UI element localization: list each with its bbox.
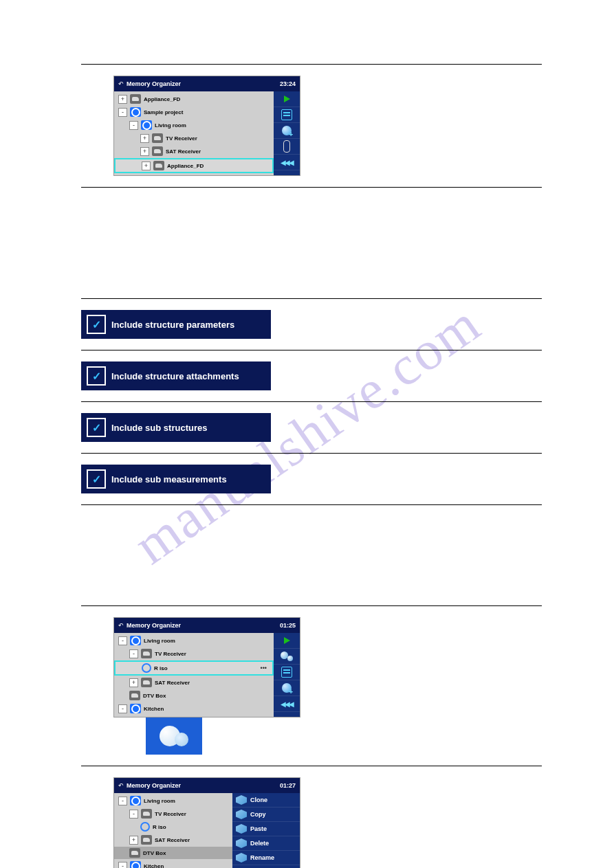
menu-item-paste[interactable]: Paste — [232, 822, 300, 836]
device-screen-3: ↶ Memory Organizer 01:27 -Living room-TV… — [113, 777, 300, 868]
tree-row[interactable]: -Living room — [114, 794, 232, 807]
menu-label: Clone — [250, 797, 267, 803]
tree-row[interactable]: -TV Receiver — [114, 647, 274, 660]
expand-icon[interactable]: + — [142, 162, 151, 170]
tree-row[interactable]: R iso — [114, 821, 232, 833]
tree-row[interactable]: R iso••• — [114, 660, 274, 676]
expand-icon[interactable]: + — [140, 134, 149, 143]
more-button[interactable]: ◀◀◀ — [274, 155, 300, 170]
option-include-submeasurements[interactable]: ✓ Include sub measurements — [81, 465, 271, 493]
collapse-icon[interactable]: - — [118, 862, 127, 869]
tree-label: Kitchen — [144, 706, 164, 712]
option-include-params[interactable]: ✓ Include structure parameters — [81, 310, 271, 339]
spheres-button[interactable] — [274, 649, 300, 665]
tree-row[interactable]: +TV Receiver — [114, 132, 274, 144]
checkbox[interactable]: ✓ — [87, 315, 106, 334]
appliance-icon — [129, 691, 140, 700]
screen-title: Memory Organizer — [127, 782, 280, 789]
screen-title: Memory Organizer — [127, 80, 280, 87]
appliance-icon — [141, 835, 152, 845]
back-icon[interactable]: ↶ — [118, 782, 124, 789]
project-icon — [130, 861, 141, 868]
cube-icon — [236, 853, 247, 863]
ring-icon — [140, 822, 150, 832]
tree-label: TV Receiver — [155, 811, 186, 817]
tree-panel: -Living room-TV ReceiverR iso•••+SAT Rec… — [114, 633, 274, 717]
row-option-2: ✓ Include structure attachments — [81, 356, 552, 396]
ellipsis-icon[interactable]: ••• — [261, 665, 267, 671]
tree-row[interactable]: +Appliance_FD — [114, 158, 274, 173]
divider — [81, 453, 542, 454]
menu-item-copy[interactable]: Copy — [232, 808, 300, 822]
expand-icon[interactable]: + — [129, 836, 138, 845]
appliance-icon — [141, 678, 152, 687]
collapse-icon[interactable]: - — [118, 797, 127, 805]
menu-label: Paste — [250, 825, 267, 832]
tree-row[interactable]: -Kitchen — [114, 702, 274, 715]
tree-row[interactable]: +SAT Receiver — [114, 145, 274, 157]
device-screen-1: ↶ Memory Organizer 23:24 +Appliance_FD-S… — [113, 76, 300, 176]
tree-row[interactable]: DTV Box — [114, 689, 274, 702]
tree-label: Kitchen — [144, 863, 164, 869]
play-icon — [284, 96, 290, 102]
list-button[interactable] — [274, 107, 300, 123]
back-icon[interactable]: ↶ — [118, 80, 124, 87]
tree-label: R iso — [154, 665, 168, 671]
spheres-large-button[interactable] — [146, 717, 202, 755]
sphere-icon — [175, 733, 188, 746]
checkbox[interactable]: ✓ — [87, 469, 106, 489]
page-content: ↶ Memory Organizer 23:24 +Appliance_FD-S… — [0, 0, 614, 868]
expand-icon[interactable]: + — [129, 678, 138, 687]
option-include-substructures[interactable]: ✓ Include sub structures — [81, 413, 271, 442]
list-button[interactable] — [274, 665, 300, 680]
tree-row[interactable]: +Appliance_FD — [114, 93, 274, 105]
attach-button[interactable] — [274, 139, 300, 155]
menu-item-rename[interactable]: Rename — [232, 851, 300, 865]
checkbox[interactable]: ✓ — [87, 366, 106, 386]
menu-item-clone[interactable]: Clone — [232, 793, 300, 808]
expand-icon[interactable]: + — [118, 95, 127, 104]
tree-row[interactable]: -Living room — [114, 634, 274, 647]
tree-row[interactable]: DTV Box — [114, 847, 232, 859]
row-option-1: ✓ Include structure parameters — [81, 304, 552, 344]
divider — [81, 605, 542, 606]
collapse-icon[interactable]: - — [118, 108, 127, 117]
tree-row[interactable]: +SAT Receiver — [114, 676, 274, 689]
collapse-icon[interactable]: - — [118, 704, 127, 713]
tree-label: Appliance_FD — [167, 163, 204, 169]
add-sphere-button[interactable] — [274, 680, 300, 696]
tree-label: Appliance_FD — [144, 96, 180, 102]
collapse-icon[interactable]: - — [129, 121, 138, 130]
appliance-icon — [152, 146, 163, 156]
back-icon[interactable]: ↶ — [118, 622, 124, 629]
tree-row[interactable]: -Kitchen — [114, 860, 232, 868]
more-button[interactable]: ◀◀◀ — [274, 696, 300, 712]
collapse-icon[interactable]: - — [118, 636, 127, 645]
menu-item-delete[interactable]: Delete — [232, 836, 300, 851]
appliance-icon — [152, 133, 163, 143]
tree-row[interactable]: -Living room — [114, 119, 274, 131]
checkbox[interactable]: ✓ — [87, 418, 106, 437]
option-include-attachments[interactable]: ✓ Include structure attachments — [81, 361, 271, 390]
collapse-icon[interactable]: - — [129, 810, 138, 819]
screen-clock: 01:27 — [280, 782, 296, 789]
add-sphere-button[interactable] — [274, 123, 300, 139]
tree-row[interactable]: +SAT Receiver — [114, 834, 232, 846]
screen-title: Memory Organizer — [127, 622, 280, 629]
two-spheres-icon — [281, 652, 293, 661]
tree-row[interactable]: -TV Receiver — [114, 808, 232, 820]
row-option-3: ✓ Include sub structures — [81, 408, 552, 447]
play-button[interactable] — [274, 633, 300, 649]
expand-icon[interactable]: + — [140, 147, 149, 156]
option-label: Include sub measurements — [111, 474, 227, 485]
row-screenshot-3: ↶ Memory Organizer 01:27 -Living room-TV… — [81, 772, 552, 868]
list-icon — [281, 109, 292, 120]
row-option-4: ✓ Include sub measurements — [81, 459, 552, 499]
tree-label: DTV Box — [143, 693, 166, 699]
collapse-icon[interactable]: - — [129, 649, 138, 658]
cube-icon — [236, 795, 247, 805]
tree-row[interactable]: -Sample project — [114, 106, 274, 118]
play-button[interactable] — [274, 91, 300, 107]
sidebar-actions: ◀◀◀ — [274, 91, 300, 175]
tree-label: TV Receiver — [166, 135, 197, 142]
